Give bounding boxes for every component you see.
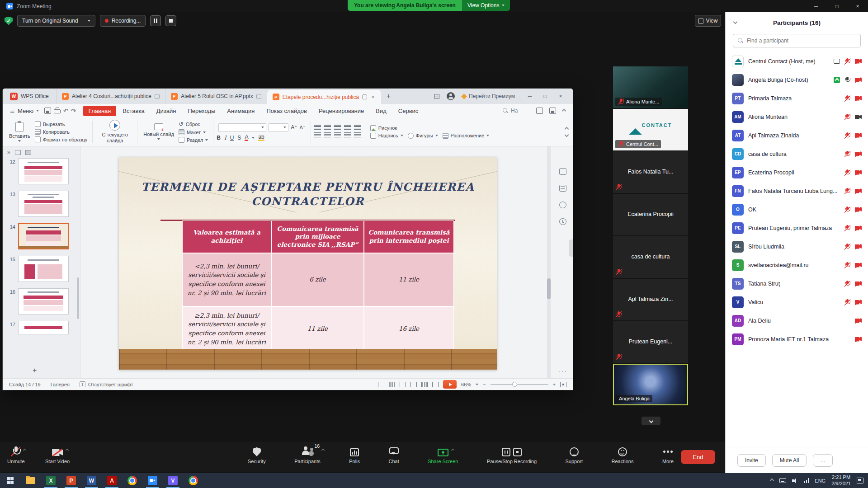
ribbon-scroll-down-icon[interactable] xyxy=(565,132,569,137)
video-tile[interactable]: Apl Talmaza Zin... xyxy=(613,279,688,320)
layout-button[interactable]: Макет xyxy=(177,129,210,136)
collapse-ribbon-icon[interactable] xyxy=(562,108,566,113)
wps-maximize-button[interactable]: □ xyxy=(538,93,553,99)
slide-thumbnail-preview[interactable] xyxy=(18,256,69,282)
align-right-button[interactable] xyxy=(334,132,341,137)
chevron-up-icon[interactable] xyxy=(23,449,26,452)
reset-button[interactable]: ↺Сброс xyxy=(177,120,210,128)
share-doc-icon[interactable] xyxy=(536,108,543,114)
zoom-level[interactable]: 66% xyxy=(461,382,471,387)
missing-font-warning[interactable]: T Отсутствует шрифт xyxy=(80,381,133,387)
reactions-button[interactable]: Reactions xyxy=(611,446,633,475)
tab-transitions[interactable]: Переходы xyxy=(182,106,221,116)
close-button[interactable]: × xyxy=(847,0,868,12)
view-button[interactable]: View xyxy=(695,15,721,27)
font-size-select[interactable] xyxy=(269,123,288,132)
participant-row[interactable]: S svetlanacristea@mail.ru xyxy=(726,256,868,274)
video-tile[interactable]: CONTACT Centrul Cont... xyxy=(613,109,688,150)
taskbar-clock[interactable]: 2:21 PM 2/9/2021 xyxy=(831,474,851,487)
chat-button[interactable]: Chat xyxy=(388,446,399,475)
action-center-icon[interactable] xyxy=(857,478,863,483)
video-tile[interactable]: Aliona Munte... xyxy=(613,66,688,108)
more-button[interactable]: More xyxy=(662,446,674,475)
chevron-up-icon[interactable] xyxy=(66,449,69,452)
textbox-button[interactable]: Надпись xyxy=(368,132,405,139)
display-settings-icon[interactable] xyxy=(400,382,406,387)
shapes-button[interactable]: Фигуры xyxy=(406,132,440,139)
align-left-button[interactable] xyxy=(314,132,321,137)
copy-button[interactable]: Копировать xyxy=(33,128,90,135)
zoom-slider-knob[interactable] xyxy=(512,382,517,387)
indent-increase-button[interactable] xyxy=(344,125,351,130)
touch-keyboard-icon[interactable] xyxy=(779,478,786,483)
chevron-up-icon[interactable] xyxy=(321,449,325,452)
slide-sorter-icon[interactable] xyxy=(421,382,428,387)
save-icon[interactable] xyxy=(44,108,51,114)
panel-menu-chevron-icon[interactable] xyxy=(733,20,738,24)
bullets-button[interactable] xyxy=(314,125,321,130)
cut-button[interactable]: Вырезать xyxy=(33,121,90,127)
close-tab-icon[interactable]: × xyxy=(370,94,376,100)
thumbnail-view-icon[interactable] xyxy=(25,150,31,155)
format-painter-button[interactable]: Формат по образцу xyxy=(33,136,90,143)
mute-all-button[interactable]: Mute All xyxy=(772,454,807,467)
zoom-out-button[interactable]: − xyxy=(483,382,486,387)
grow-font-button[interactable]: A⁺ xyxy=(291,124,297,131)
play-from-current-button[interactable]: С текущего слайда xyxy=(96,120,134,144)
taskbar-word[interactable]: W xyxy=(81,473,102,488)
slide-thumbnail-14-selected[interactable]: 14 xyxy=(6,223,80,249)
arrange-button[interactable]: Расположение xyxy=(441,132,491,139)
tab-view[interactable]: Вид xyxy=(370,106,392,116)
taskbar-file-explorer[interactable] xyxy=(20,473,41,488)
add-slide-button[interactable]: + xyxy=(33,366,37,375)
slide-thumbnail-preview[interactable] xyxy=(18,288,69,314)
participant-row[interactable]: CD casa de cultura xyxy=(726,145,868,163)
tab-animation[interactable]: Анимация xyxy=(222,106,260,116)
indent-decrease-button[interactable] xyxy=(334,125,341,130)
participant-row[interactable]: EP Ecaterina Procopii xyxy=(726,163,868,182)
document-tab-2[interactable]: P Atelier 5 Rolul OSC in AP.pptx xyxy=(165,89,267,104)
participants-button[interactable]: 16 Participants xyxy=(294,446,320,475)
slide-thumbnail-13[interactable]: 13 xyxy=(6,191,80,217)
original-sound-dropdown[interactable] xyxy=(83,15,95,26)
taskbar-zoom[interactable] xyxy=(142,473,163,488)
wps-close-button[interactable]: × xyxy=(553,93,568,99)
speaker-icon[interactable] xyxy=(792,478,798,483)
slide-thumbnail-12[interactable]: 12 xyxy=(6,158,80,184)
columns-button[interactable] xyxy=(354,132,361,137)
participant-search[interactable] xyxy=(733,34,861,47)
slideshow-play-button[interactable] xyxy=(443,380,457,389)
participant-row[interactable]: PE Prutean Eugeniu, primar Talmaza xyxy=(726,219,868,237)
share-screen-button[interactable]: Share Screen xyxy=(428,446,458,475)
section-button[interactable]: Раздел xyxy=(177,136,210,143)
italic-button[interactable]: I xyxy=(224,135,226,141)
shrink-font-button[interactable]: A⁻ xyxy=(300,125,306,131)
language-indicator[interactable]: ENG xyxy=(815,478,826,483)
properties-panel-icon[interactable] xyxy=(559,168,566,175)
video-tile[interactable]: Prutean Eugeni... xyxy=(613,321,688,363)
zoom-in-button[interactable]: + xyxy=(553,382,556,387)
more-tools-icon[interactable]: ··· xyxy=(559,368,567,375)
normal-view-icon[interactable] xyxy=(410,382,417,387)
command-search[interactable]: На xyxy=(503,108,530,114)
participant-row[interactable]: PM Pronoza Maria IET nr.1 Talmaza xyxy=(726,330,868,348)
participant-row[interactable]: SL Sîrbu Liudmila xyxy=(726,237,868,256)
slide-thumbnail-preview[interactable] xyxy=(18,321,69,334)
justify-button[interactable] xyxy=(344,132,351,137)
styles-panel-icon[interactable] xyxy=(559,185,566,192)
search-input[interactable] xyxy=(747,38,856,44)
support-button[interactable]: Support xyxy=(565,446,583,475)
tray-overflow-chevron-icon[interactable] xyxy=(769,479,774,483)
ribbon-scroll-up-icon[interactable] xyxy=(565,127,569,131)
participant-row[interactable]: AM Aliona Muntean xyxy=(726,108,868,126)
taskbar-powerpoint[interactable]: P xyxy=(61,473,81,488)
fit-to-window-icon[interactable] xyxy=(560,382,566,387)
slide-thumbnail-preview[interactable] xyxy=(18,223,69,249)
start-video-button[interactable]: Start Video xyxy=(45,446,70,464)
slide-thumbnail-preview[interactable] xyxy=(18,191,69,217)
premium-button[interactable]: Перейти Премиум xyxy=(462,93,515,99)
chevron-up-icon[interactable] xyxy=(451,449,454,452)
slide-thumbnail-16[interactable]: 16 xyxy=(6,288,80,314)
taskbar-excel[interactable]: X xyxy=(41,473,61,488)
document-tab-1[interactable]: P Atelier 4 Costuri...achiziții publice xyxy=(57,89,165,104)
